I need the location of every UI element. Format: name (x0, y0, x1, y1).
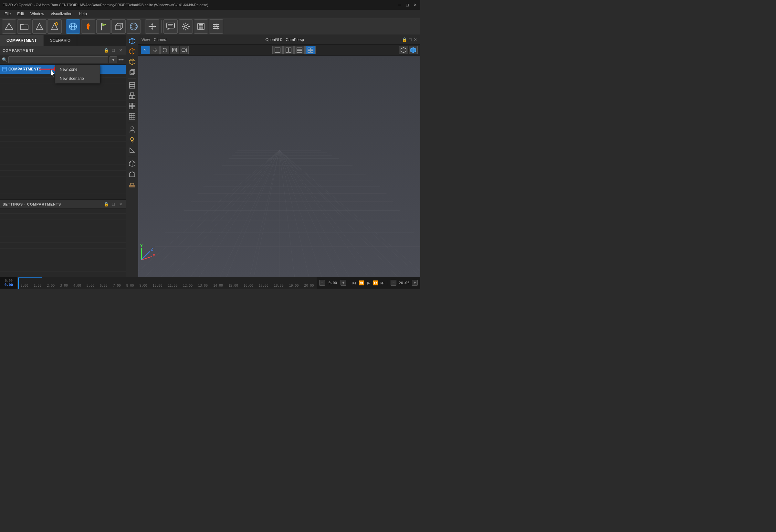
lock-icon[interactable]: 🔒 (104, 48, 109, 53)
tb-sphere-btn[interactable] (127, 19, 141, 34)
viewport-lock-icon[interactable]: 🔒 (402, 37, 407, 42)
vp-rotate-tool[interactable] (160, 46, 169, 54)
svg-point-15 (130, 23, 137, 30)
vp-layout-split-h[interactable] (294, 46, 305, 54)
tb-fire-btn[interactable] (81, 19, 95, 34)
restore-button[interactable]: ◻ (405, 2, 410, 7)
svg-rect-101 (182, 49, 185, 51)
viewport-3d[interactable]: X Y Z (138, 55, 420, 277)
viewport-maximize-button[interactable]: □ (409, 37, 412, 42)
vp-layout-quad[interactable] (305, 46, 316, 54)
tb-chat-btn[interactable] (164, 19, 178, 34)
play-forward-end-button[interactable]: ⏭ (379, 280, 386, 286)
settings-panel: SETTINGS - COMPARTMENTS 🔒 □ ✕ (0, 199, 126, 277)
svg-rect-99 (173, 48, 176, 52)
sidebar-box-closed-icon[interactable] (127, 169, 137, 179)
tab-scenario[interactable]: SCENARIO (44, 35, 77, 46)
vp-move-tool[interactable] (151, 46, 160, 54)
toolbar (0, 18, 420, 35)
tab-compartment[interactable]: COMPARTMENT (0, 35, 44, 46)
play-button[interactable]: ▶ (365, 280, 372, 286)
play-rewind-button[interactable]: ⏮ (351, 280, 357, 286)
vp-layout-single[interactable] (272, 46, 283, 54)
svg-rect-38 (199, 26, 200, 28)
time-value: 0.00 (326, 281, 339, 285)
tb-calc-btn[interactable] (194, 19, 208, 34)
toolbar-sep-3 (161, 20, 162, 33)
vp-layout-tools (272, 46, 316, 54)
time-top: 0.00 (5, 279, 13, 283)
minimize-button[interactable]: ─ (397, 2, 402, 7)
tab-bar: COMPARTMENT SCENARIO (0, 35, 126, 46)
settings-panel-title: SETTINGS - COMPARTMENTS (3, 202, 61, 206)
timeline-ruler[interactable]: 0.00 1.00 2.00 3.00 4.00 5.00 6.00 7.00 … (18, 277, 317, 289)
tb-globe-btn[interactable] (66, 19, 80, 34)
settings-maximize-button[interactable]: □ (111, 202, 116, 207)
step-forward-button[interactable]: ⏩ (372, 280, 379, 286)
svg-rect-72 (133, 103, 135, 106)
context-menu-new-zone[interactable]: New Zone (55, 65, 100, 74)
sidebar-boxes-b-icon[interactable] (127, 91, 137, 101)
vp-cube-solid-icon[interactable] (409, 46, 418, 54)
zoom-minus-button[interactable]: − (391, 280, 396, 286)
settings-lock-icon[interactable]: 🔒 (104, 202, 109, 207)
playback-controls: ⏮ ⏪ ▶ ⏩ ⏭ (349, 280, 388, 286)
sidebar-boxes-c-icon[interactable] (127, 101, 137, 111)
sidebar-box-open-icon[interactable] (127, 159, 137, 168)
close-panel-button[interactable]: ✕ (118, 48, 123, 53)
viewport: View Camera OpenGL0 - CamPersp 🔒 □ ✕ ↖ (138, 35, 420, 277)
menu-help[interactable]: Help (76, 11, 89, 17)
svg-rect-107 (297, 50, 302, 52)
close-button[interactable]: ✕ (413, 2, 418, 7)
sidebar-copy-icon[interactable] (127, 67, 137, 77)
filter-dropdown-button[interactable]: ▼ (110, 56, 117, 63)
maximize-panel-button[interactable]: □ (111, 48, 116, 53)
menu-file[interactable]: File (2, 11, 13, 17)
sidebar-person-icon[interactable] (127, 125, 137, 135)
vp-3d-icons (399, 46, 418, 54)
vp-cube-outline-icon[interactable] (399, 46, 408, 54)
vp-select-tool[interactable]: ↖ (141, 46, 150, 54)
time-minus-button[interactable]: − (319, 280, 325, 286)
sidebar-cube-orange-icon[interactable] (127, 46, 137, 56)
tb-flag-btn[interactable] (96, 19, 111, 34)
menu-visualization[interactable]: Visualization (48, 11, 75, 17)
svg-marker-112 (401, 47, 406, 53)
search-input[interactable] (8, 56, 108, 63)
time-plus-button[interactable]: + (341, 280, 346, 286)
svg-rect-91 (131, 183, 134, 185)
settings-close-button[interactable]: ✕ (118, 202, 123, 207)
vp-camera-tool[interactable] (180, 46, 189, 54)
more-options-icon[interactable]: ••• (118, 57, 124, 63)
sidebar-lamp-icon[interactable] (127, 135, 137, 145)
tb-sliders-btn[interactable] (209, 19, 223, 34)
tb-mountain-btn[interactable] (32, 19, 46, 34)
vp-layout-split-v[interactable] (283, 46, 294, 54)
sidebar-cube-blue-icon[interactable] (127, 36, 137, 46)
vp-scale-tool[interactable] (170, 46, 179, 54)
sidebar-stacked-boxes-icon[interactable] (127, 80, 137, 90)
sidebar-platform-icon[interactable] (127, 179, 137, 189)
left-panel: COMPARTMENT SCENARIO COMPARTMENT 🔒 □ ✕ 🔍… (0, 35, 126, 277)
step-back-button[interactable]: ⏪ (358, 280, 364, 286)
tb-move-btn[interactable] (145, 19, 159, 34)
menu-window[interactable]: Window (28, 11, 47, 17)
sidebar-cube-yellow-icon[interactable] (127, 57, 137, 66)
viewport-camera-menu[interactable]: Camera (154, 37, 168, 42)
context-menu-new-scenario[interactable]: New Scenario (55, 74, 100, 83)
current-time-display: 0.00 0.00 (0, 277, 18, 289)
tb-folder-btn[interactable] (17, 19, 31, 34)
compartments-row[interactable]: COMPARTMENTS (0, 65, 126, 74)
tb-star-btn[interactable] (47, 19, 62, 34)
tb-settings-btn[interactable] (179, 19, 193, 34)
tb-triangle-btn[interactable] (2, 19, 16, 34)
menu-edit[interactable]: Edit (15, 11, 26, 17)
svg-rect-23 (167, 23, 174, 28)
viewport-view-menu[interactable]: View (142, 37, 150, 42)
sidebar-angle-icon[interactable] (127, 146, 137, 155)
tb-block-btn[interactable] (112, 19, 126, 34)
sidebar-grid-icon[interactable] (127, 112, 137, 121)
zoom-plus-button[interactable]: + (412, 280, 418, 286)
viewport-close-button[interactable]: ✕ (413, 37, 417, 42)
compartment-header: COMPARTMENT 🔒 □ ✕ (0, 46, 126, 55)
